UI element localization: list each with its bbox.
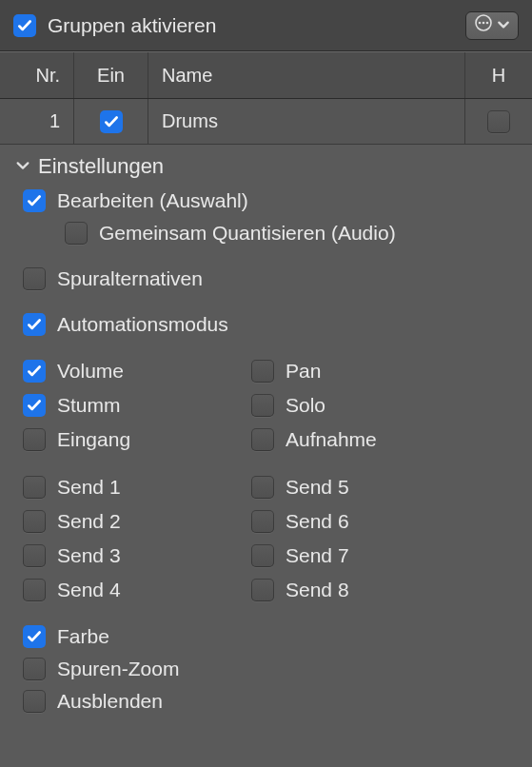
send4-checkbox[interactable] [23,579,46,601]
send2-label: Send 2 [57,510,121,533]
send5-label: Send 5 [286,476,349,499]
input-row: Eingang [23,424,251,455]
color-row: Farbe [10,620,522,653]
send8-row: Send 8 [251,575,349,605]
volume-checkbox[interactable] [23,360,46,383]
volume-row: Volume [23,356,251,386]
pan-label: Pan [286,360,321,383]
send1-checkbox[interactable] [23,476,46,499]
edit-selection-label: Bearbeiten (Auswahl) [57,189,248,212]
svg-point-3 [486,22,489,25]
send1-row: Send 1 [23,472,251,502]
send7-label: Send 7 [286,544,349,567]
solo-checkbox[interactable] [251,394,274,417]
volume-label: Volume [57,360,124,383]
enable-groups-label: Gruppen aktivieren [48,14,216,37]
send6-checkbox[interactable] [251,510,274,533]
table-row[interactable]: 1 Drums [0,99,532,145]
pan-checkbox[interactable] [251,360,274,383]
send8-label: Send 8 [286,579,349,601]
row-enabled-checkbox[interactable] [100,110,123,133]
send7-checkbox[interactable] [251,544,274,567]
top-bar: Gruppen aktivieren [0,0,532,51]
row-name-value[interactable]: Drums [148,99,465,144]
svg-point-2 [483,22,485,25]
automation-mode-row: Automationsmodus [10,308,522,341]
automation-mode-checkbox[interactable] [23,313,46,336]
send6-label: Send 6 [286,510,349,533]
hide-label: Ausblenden [57,690,163,713]
track-alternatives-checkbox[interactable] [23,267,46,290]
send7-row: Send 7 [251,541,349,571]
mute-row: Stumm [23,390,251,421]
record-label: Aufnahme [286,428,377,451]
record-checkbox[interactable] [251,428,274,451]
track-zoom-row: Spuren-Zoom [10,653,522,685]
quantize-locked-row: Gemeinsam Quantisieren (Audio) [10,217,522,249]
send2-checkbox[interactable] [23,510,46,533]
chevron-down-icon [497,14,510,36]
chevron-down-icon[interactable] [15,154,30,179]
column-header-ein[interactable]: Ein [74,52,148,98]
automation-mode-label: Automationsmodus [57,313,228,336]
track-alternatives-label: Spuralternativen [57,267,203,290]
send4-label: Send 4 [57,579,121,601]
solo-row: Solo [251,390,325,421]
track-alternatives-row: Spuralternativen [10,263,522,295]
quantize-locked-checkbox[interactable] [65,222,88,245]
input-label: Eingang [57,428,130,451]
table-header: Nr. Ein Name H [0,51,532,99]
track-zoom-label: Spuren-Zoom [57,658,179,680]
mute-label: Stumm [57,394,121,417]
mute-checkbox[interactable] [23,394,46,417]
enable-groups-control: Gruppen aktivieren [13,14,216,37]
send8-checkbox[interactable] [251,579,274,601]
track-zoom-checkbox[interactable] [23,658,46,680]
color-checkbox[interactable] [23,625,46,648]
input-checkbox[interactable] [23,428,46,451]
column-header-name[interactable]: Name [148,52,465,98]
edit-selection-checkbox[interactable] [23,189,46,212]
enable-groups-checkbox[interactable] [13,14,36,37]
column-header-h[interactable]: H [465,52,532,98]
svg-point-1 [479,22,482,25]
send3-checkbox[interactable] [23,544,46,567]
pan-row: Pan [251,356,321,386]
quantize-locked-label: Gemeinsam Quantisieren (Audio) [99,222,396,245]
send4-row: Send 4 [23,575,251,605]
send3-row: Send 3 [23,541,251,571]
ellipsis-circle-icon [474,13,493,37]
send1-label: Send 1 [57,476,121,499]
settings-section: Einstellungen Bearbeiten (Auswahl) Gemei… [0,145,532,723]
send6-row: Send 6 [251,506,349,537]
column-header-nr[interactable]: Nr. [0,52,74,98]
send5-row: Send 5 [251,472,349,502]
options-dropdown-button[interactable] [465,11,519,40]
row-nr-value: 1 [0,99,74,144]
row-h-checkbox[interactable] [487,110,510,133]
send5-checkbox[interactable] [251,476,274,499]
hide-row: Ausblenden [10,685,522,718]
solo-label: Solo [286,394,325,417]
record-row: Aufnahme [251,424,377,455]
edit-selection-row: Bearbeiten (Auswahl) [10,185,522,217]
send3-label: Send 3 [57,544,121,567]
color-label: Farbe [57,625,109,648]
settings-title: Einstellungen [38,154,164,179]
send2-row: Send 2 [23,506,251,537]
settings-header[interactable]: Einstellungen [10,150,522,185]
hide-checkbox[interactable] [23,690,46,713]
